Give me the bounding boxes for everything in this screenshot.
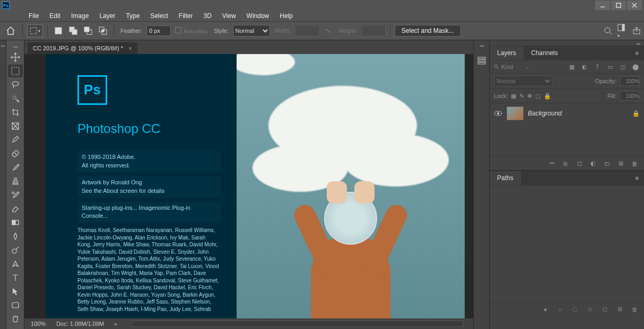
menu-window[interactable]: Window [241, 11, 275, 21]
add-selection-icon[interactable] [67, 24, 80, 37]
tools-collapse-icon[interactable]: ◂◂ [6, 43, 24, 50]
stamp-tool[interactable] [8, 175, 23, 188]
filter-toggle-icon[interactable]: ⬤ [631, 63, 640, 71]
feather-input[interactable] [146, 25, 171, 36]
select-and-mask-button[interactable]: Select and Mask... [395, 25, 461, 37]
visibility-toggle-icon[interactable] [494, 110, 502, 117]
quick-select-tool[interactable] [8, 92, 23, 105]
path-select-tool[interactable] [8, 285, 23, 298]
panels-collapse-icon[interactable]: ▸▸ [637, 41, 641, 45]
lock-artboard-icon[interactable]: ▢ [535, 93, 541, 100]
delete-layer-icon[interactable]: 🗑 [630, 161, 639, 167]
lock-pos-icon[interactable]: ✥ [527, 93, 532, 100]
new-path-icon[interactable]: ⊞ [615, 306, 624, 313]
filter-type-icon[interactable]: T [593, 63, 602, 71]
maximize-button[interactable] [611, 1, 626, 10]
lock-paint-icon[interactable]: ✎ [519, 93, 524, 100]
stroke-path-icon[interactable]: ○ [556, 306, 564, 313]
right-collapse-icon[interactable]: ◂◂ [480, 43, 484, 48]
canvas[interactable]: Ps Photoshop CC © 1990-2018 Adobe. All r… [24, 54, 473, 318]
blend-mode-select[interactable]: Normal [494, 76, 552, 86]
menu-help[interactable]: Help [274, 11, 298, 21]
share-icon[interactable] [632, 26, 641, 35]
layer-name[interactable]: Background [528, 110, 628, 117]
selection-mode-dropdown[interactable]: ▾ [27, 24, 43, 37]
svg-line-36 [497, 67, 499, 69]
left-collapse-strip[interactable]: ▸▸ [0, 40, 6, 329]
new-selection-icon[interactable] [52, 24, 65, 37]
close-tab-icon[interactable]: × [128, 45, 132, 51]
frame-tool[interactable] [8, 120, 23, 132]
menu-type[interactable]: Type [120, 11, 145, 21]
brush-tool[interactable] [8, 161, 23, 174]
healing-tool[interactable] [8, 147, 23, 160]
layer-lock-icon[interactable]: 🔒 [632, 110, 640, 117]
fill-input[interactable] [620, 91, 640, 101]
filter-adjust-icon[interactable]: ◐ [580, 63, 589, 71]
filter-pixel-icon[interactable]: ▦ [568, 63, 576, 71]
gradient-tool[interactable] [8, 216, 23, 229]
menu-file[interactable]: File [23, 11, 44, 21]
h-scrollbar[interactable] [132, 321, 464, 327]
filter-smart-icon[interactable]: ◫ [619, 63, 627, 71]
opacity-input[interactable] [620, 76, 640, 86]
options-bar: ▾ Feather: Anti-alias Style: Normal Widt… [0, 21, 644, 40]
style-select[interactable]: Normal [233, 25, 270, 37]
panel-icon-1[interactable] [477, 56, 486, 65]
eyedropper-tool[interactable] [8, 134, 23, 146]
eraser-tool[interactable] [8, 202, 23, 215]
tab-layers[interactable]: Layers [490, 46, 524, 60]
layer-row[interactable]: Background 🔒 [490, 103, 644, 123]
zoom-level[interactable]: 100% [31, 321, 46, 327]
make-workpath-icon[interactable]: ◇ [586, 306, 594, 313]
link-layers-icon[interactable]: ⚯ [547, 160, 556, 167]
subtract-selection-icon[interactable] [82, 24, 94, 37]
minimize-button[interactable] [595, 1, 610, 10]
tab-paths[interactable]: Paths [490, 171, 521, 185]
crop-tool[interactable] [8, 106, 23, 119]
layer-filter-kind[interactable]: Kind⌄ [494, 64, 529, 70]
delete-path-icon[interactable]: 🗑 [630, 306, 639, 313]
hand-tool[interactable] [8, 313, 23, 325]
lasso-tool[interactable] [8, 78, 23, 91]
home-button[interactable] [3, 23, 18, 38]
blur-tool[interactable] [8, 230, 23, 243]
paths-menu-icon[interactable]: ≡ [630, 172, 644, 184]
lock-trans-icon[interactable]: ▦ [511, 93, 516, 100]
lock-all-icon[interactable]: 🔒 [544, 93, 551, 100]
menu-layer[interactable]: Layer [94, 11, 120, 21]
intersect-selection-icon[interactable] [97, 24, 109, 37]
move-tool[interactable] [8, 51, 23, 64]
close-button[interactable] [627, 1, 642, 10]
type-tool[interactable] [8, 271, 23, 284]
marquee-tool[interactable] [8, 65, 23, 77]
add-mask-path-icon[interactable]: ◻ [601, 306, 609, 313]
menu-3d[interactable]: 3D [198, 11, 216, 21]
search-icon[interactable] [604, 26, 612, 35]
menu-edit[interactable]: Edit [44, 11, 66, 21]
menu-filter[interactable]: Filter [173, 11, 198, 21]
dodge-tool[interactable] [8, 244, 23, 256]
menu-select[interactable]: Select [145, 11, 173, 21]
fx-icon[interactable]: fx [561, 161, 570, 167]
mask-icon[interactable]: ◻ [575, 160, 584, 167]
adjustment-icon[interactable]: ◐ [589, 160, 597, 167]
load-selection-icon[interactable]: ◌ [571, 306, 579, 313]
layer-thumbnail[interactable] [507, 106, 524, 120]
doc-info[interactable]: Doc: 1.08M/1.08M [56, 321, 104, 327]
history-brush-tool[interactable] [8, 189, 23, 201]
svg-rect-1 [616, 3, 621, 7]
splash-screen: Ps Photoshop CC © 1990-2018 Adobe. All r… [46, 54, 465, 318]
pen-tool[interactable] [8, 257, 23, 270]
tab-channels[interactable]: Channels [524, 46, 565, 60]
panel-menu-icon[interactable]: ≡ [630, 47, 644, 59]
new-layer-icon[interactable]: ⊞ [616, 160, 625, 167]
filter-shape-icon[interactable]: ▭ [606, 63, 614, 71]
workspace-switcher-icon[interactable]: ▾ [617, 23, 627, 38]
group-icon[interactable]: 🗀 [603, 161, 611, 167]
menu-view[interactable]: View [217, 11, 241, 21]
document-tab[interactable]: CC 2019.JPG @ 100% (RGB/8#) * × [28, 42, 137, 54]
shape-tool[interactable] [8, 299, 23, 312]
menu-image[interactable]: Image [66, 11, 94, 21]
fill-path-icon[interactable]: ● [541, 306, 550, 313]
